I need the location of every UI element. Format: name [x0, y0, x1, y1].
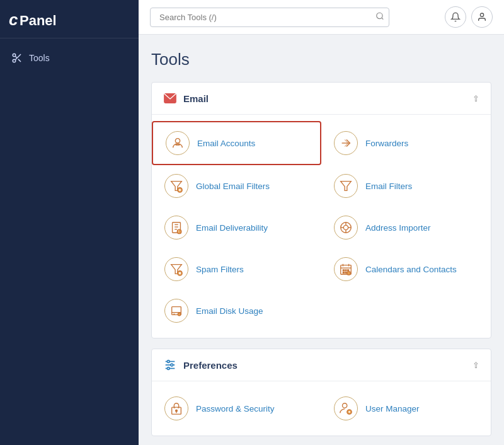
- disk-usage-icon-wrapper: [164, 299, 188, 323]
- email-filters-label: Email Filters: [365, 182, 412, 191]
- search-button[interactable]: [375, 12, 384, 23]
- email-section-header-left: Email: [163, 91, 209, 105]
- sliders-icon: [163, 358, 177, 372]
- cpanel-logo-svg: c Panel: [9, 9, 66, 29]
- svg-rect-40: [348, 270, 349, 271]
- global-email-filters-label: Global Email Filters: [196, 182, 270, 191]
- deliverability-icon-wrapper: !: [164, 216, 188, 240]
- email-accounts-icon-wrapper: [166, 131, 190, 155]
- svg-line-6: [15, 56, 17, 58]
- main-content: Tools Email ⇧: [139, 35, 504, 445]
- email-filter-icon-wrapper: [334, 174, 358, 198]
- sidebar: c Panel Tools: [0, 0, 139, 445]
- address-importer-icon-wrapper: [334, 216, 358, 240]
- svg-rect-57: [173, 407, 175, 408]
- tool-email-deliverability[interactable]: ! Email Deliverability: [152, 207, 321, 248]
- svg-rect-39: [345, 270, 346, 271]
- deliverability-icon: !: [169, 221, 183, 234]
- disk-usage-icon: [169, 304, 183, 318]
- cpanel-logo: c Panel: [0, 0, 139, 38]
- preferences-chevron-icon: ⇧: [472, 361, 479, 370]
- user-icon: [477, 12, 487, 22]
- tool-password-security[interactable]: Password & Security: [152, 388, 321, 429]
- person-icon: [171, 136, 185, 150]
- svg-point-7: [377, 13, 382, 18]
- svg-point-55: [176, 410, 178, 412]
- svg-point-47: [178, 313, 181, 316]
- search-bar: [150, 8, 389, 27]
- sidebar-nav: Tools: [0, 38, 139, 78]
- svg-line-8: [382, 18, 384, 20]
- header: [139, 0, 504, 35]
- tool-email-accounts[interactable]: Email Accounts: [152, 121, 321, 165]
- forwarder-icon: [339, 136, 353, 150]
- preferences-tools-grid: Password & Security User Manager: [152, 381, 491, 436]
- sidebar-item-tools[interactable]: Tools: [0, 46, 139, 70]
- spam-filter-icon-wrapper: [164, 257, 188, 281]
- email-section-label: Email: [183, 93, 209, 104]
- bell-button[interactable]: [445, 6, 466, 28]
- svg-line-5: [18, 59, 21, 62]
- svg-rect-38: [343, 270, 344, 271]
- svg-point-59: [343, 403, 347, 408]
- email-deliverability-label: Email Deliverability: [196, 223, 268, 233]
- search-icon: [375, 12, 384, 21]
- bell-icon: [450, 12, 461, 22]
- tool-global-email-filters[interactable]: Global Email Filters: [152, 165, 321, 207]
- global-filter-icon-wrapper: [164, 174, 188, 198]
- svg-point-53: [167, 367, 169, 370]
- preferences-section-header-left: Preferences: [163, 358, 238, 372]
- user-button[interactable]: [471, 6, 493, 28]
- email-chevron-icon: ⇧: [472, 94, 479, 103]
- address-importer-label: Address Importer: [365, 223, 431, 233]
- tool-calendars-contacts[interactable]: Calendars and Contacts: [321, 248, 491, 290]
- scissors-icon: [11, 52, 23, 64]
- svg-rect-42: [345, 272, 346, 274]
- forwarders-label: Forwarders: [365, 139, 408, 148]
- calendars-icon: [339, 262, 353, 276]
- svg-point-9: [480, 13, 483, 16]
- svg-point-2: [13, 54, 16, 57]
- svg-point-11: [175, 139, 180, 143]
- address-importer-icon: [339, 221, 353, 234]
- svg-point-43: [347, 272, 351, 275]
- email-icon: [163, 91, 177, 105]
- calendars-contacts-label: Calendars and Contacts: [365, 265, 457, 274]
- page-title: Tools: [151, 50, 491, 69]
- user-manager-label: User Manager: [365, 404, 420, 413]
- email-disk-usage-label: Email Disk Usage: [196, 306, 263, 316]
- email-filter-icon: [339, 179, 353, 193]
- email-tools-grid: Email Accounts Forwarders: [152, 115, 491, 338]
- tool-email-filters[interactable]: Email Filters: [321, 165, 491, 207]
- email-section-header[interactable]: Email ⇧: [152, 83, 491, 115]
- spam-filters-label: Spam Filters: [196, 265, 244, 274]
- tool-email-disk-usage[interactable]: Email Disk Usage: [152, 290, 321, 332]
- password-security-label: Password & Security: [196, 404, 275, 413]
- search-input[interactable]: [150, 8, 389, 27]
- lock-icon: [169, 402, 183, 415]
- user-manager-icon-wrapper: [334, 396, 358, 420]
- email-accounts-label: Email Accounts: [197, 139, 255, 148]
- svg-text:c: c: [9, 10, 18, 29]
- svg-rect-41: [343, 272, 344, 274]
- user-manager-icon: [339, 402, 353, 415]
- preferences-section-header[interactable]: Preferences ⇧: [152, 349, 491, 381]
- spam-filter-icon: [169, 262, 183, 276]
- forwarders-icon-wrapper: [334, 131, 358, 155]
- svg-text:Panel: Panel: [20, 13, 57, 28]
- svg-rect-58: [178, 407, 180, 408]
- calendars-icon-wrapper: [334, 257, 358, 281]
- tool-address-importer[interactable]: Address Importer: [321, 207, 491, 248]
- password-icon-wrapper: [164, 396, 188, 420]
- tool-spam-filters[interactable]: Spam Filters: [152, 248, 321, 290]
- sidebar-item-tools-label: Tools: [29, 53, 50, 63]
- global-filter-icon: [169, 179, 183, 193]
- tool-forwarders[interactable]: Forwarders: [321, 121, 491, 165]
- svg-point-3: [13, 59, 16, 62]
- svg-point-52: [171, 364, 173, 366]
- preferences-section: Preferences ⇧ Password & Security: [151, 349, 491, 436]
- email-section: Email ⇧ Email Accounts: [151, 82, 491, 338]
- tool-user-manager[interactable]: User Manager: [321, 388, 491, 429]
- svg-rect-12: [175, 144, 180, 146]
- preferences-section-label: Preferences: [183, 360, 238, 371]
